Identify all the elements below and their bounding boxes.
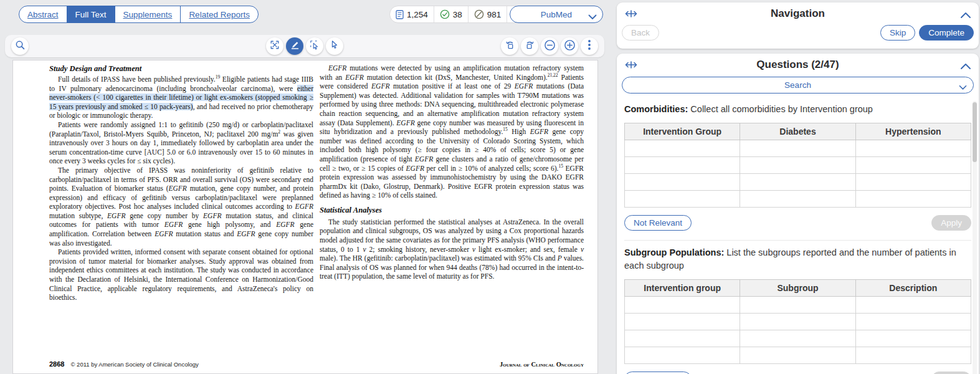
rotate-left-button[interactable] [501,37,518,55]
table-cell[interactable] [855,313,971,330]
search-button[interactable] [11,37,29,55]
complete-button[interactable]: Complete [919,25,974,41]
select-annotation-cursor-icon [310,40,320,52]
question-label: Comorbidities: Collect all comorbidities… [624,103,971,115]
move-horizontal-icon[interactable] [624,60,638,72]
collapse-chevron-icon[interactable] [960,10,971,21]
table-row [625,157,971,174]
table-cell[interactable] [740,174,855,191]
table-cell[interactable] [625,191,740,208]
paragraph: EGFR mutations were detected by using an… [320,64,584,200]
table-cell[interactable] [855,347,971,363]
stat-counter[interactable]: 38 [434,6,469,22]
pdf-right-column: EGFR mutations were detected by using an… [320,64,584,302]
table-cell[interactable] [625,296,740,313]
table-cell[interactable] [625,140,740,157]
select-annotation-button[interactable] [306,37,323,55]
paragraph: The primary objective of IPASS was nonin… [49,166,313,247]
table-cell[interactable] [855,157,971,174]
table-cell[interactable] [855,174,971,191]
question-search-label: Search [784,80,811,90]
question-label: Subgroup Populations: List the subgroups… [624,246,971,272]
not-relevant-button[interactable]: Not Relevant [624,372,692,374]
zoom-in-icon [564,39,576,54]
more-options-button[interactable] [581,37,598,55]
navigation-title: Navigation [771,7,825,20]
report-tabs: AbstractFull TextSupplementsRelated Repo… [19,6,259,23]
tab-full-text[interactable]: Full Text [67,6,115,22]
table-cell[interactable] [740,313,855,330]
extraction-table: Intervention groupSubgroupDescription [624,279,971,364]
table-cell[interactable] [740,191,855,208]
search-icon [15,40,26,53]
paragraph: Full details of IPASS have been publishe… [49,75,313,120]
pdf-toolbar [5,35,604,57]
extraction-side-panel: Navigation Back Skip Complete Questions … [616,0,980,374]
table-cell[interactable] [625,174,740,191]
table-row [625,330,971,347]
annotate-button[interactable] [286,37,303,55]
table-cell[interactable] [740,347,855,363]
table-cell[interactable] [625,330,740,347]
skip-button[interactable]: Skip [880,25,915,41]
table-column-header: Subgroup [740,279,855,296]
apply-button[interactable]: Apply [931,215,971,231]
pdf-left-column: Study Design and Treatment Full details … [49,64,313,302]
table-cell[interactable] [740,140,855,157]
question-block: Comorbidities: Collect all comorbidities… [624,97,971,239]
rotate-right-button[interactable] [521,37,538,55]
stat-counter[interactable]: 1,254 [390,6,434,22]
zoom-out-button[interactable] [541,37,558,55]
table-row [625,296,971,313]
paragraph: The study statistician performed the sta… [320,218,584,281]
collapse-chevron-icon[interactable] [960,61,971,72]
chevron-down-icon [959,83,967,92]
annotate-pencil-icon [290,41,300,52]
table-column-header: Hypertension [855,123,971,140]
table-cell[interactable] [740,296,855,313]
section-heading: Statistical Analyses [320,206,584,216]
table-cell[interactable] [740,157,855,174]
table-cell[interactable] [855,140,971,157]
questions-title: Questions (2/47) [756,59,839,71]
cursor-button[interactable] [326,37,343,55]
expand-button[interactable] [266,37,283,55]
zoom-in-button[interactable] [561,37,578,55]
extraction-table: Intervention GroupDiabetesHypertension [624,123,971,208]
stat-value: 38 [453,10,462,19]
stat-counter[interactable]: 981 [469,6,508,22]
section-heading: Study Design and Treatment [49,64,313,74]
pdf-page: Study Design and Treatment Full details … [12,60,598,374]
move-horizontal-icon[interactable] [624,9,638,21]
table-cell[interactable] [625,313,740,330]
table-row [625,191,971,208]
back-button[interactable]: Back [622,25,659,41]
journal-name: Journal of Clinical Oncology [500,361,584,368]
table-row [625,140,971,157]
not-relevant-button[interactable]: Not Relevant [624,215,692,231]
tab-related-reports[interactable]: Related Reports [181,6,258,22]
scrollbar-thumb[interactable] [973,102,977,162]
table-cell[interactable] [855,296,971,313]
tab-supplements[interactable]: Supplements [115,6,181,22]
question-search-select[interactable]: Search [622,77,974,94]
table-column-header: Diabetes [740,123,855,140]
tab-abstract[interactable]: Abstract [19,6,67,22]
table-column-header: Intervention Group [625,123,740,140]
table-cell[interactable] [740,330,855,347]
expand-icon [270,40,280,52]
rotate-left-icon [505,40,515,53]
questions-scrollbar[interactable] [973,101,977,374]
source-select[interactable]: PubMed [510,6,603,23]
table-cell[interactable] [625,157,740,174]
table-cell[interactable] [855,191,971,208]
questions-card: Questions (2/47) Search Comorbidities: C… [617,54,979,374]
page-footer: 2868 © 2011 by American Society of Clini… [49,360,584,368]
table-cell[interactable] [625,347,740,363]
table-column-header: Description [855,279,971,296]
check-circle-icon [440,9,450,19]
table-row [625,347,971,363]
apply-button[interactable]: Apply [931,372,971,374]
table-cell[interactable] [855,330,971,347]
table-row [625,313,971,330]
